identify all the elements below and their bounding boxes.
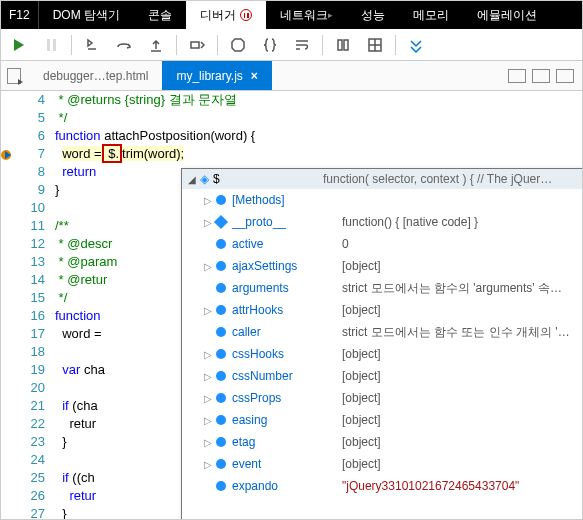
- property-value: [object]: [342, 303, 583, 317]
- devtools-tabbar: F12 DOM 탐색기콘솔디버거네트워크 ▸성능메모리에뮬레이션: [1, 1, 582, 29]
- property-name: [Methods]: [232, 193, 342, 207]
- breakpoint-marker-icon[interactable]: [0, 148, 13, 162]
- dot-icon: [216, 195, 226, 205]
- inspector-row[interactable]: ▷attrHooks[object]: [182, 299, 583, 321]
- inspector-row[interactable]: ▷easing[object]: [182, 409, 583, 431]
- devtools-tab[interactable]: DOM 탐색기: [39, 1, 134, 29]
- braces-icon: [262, 37, 278, 53]
- toggle-just-my-code-button[interactable]: [329, 31, 357, 59]
- file-tab-active[interactable]: my_library.js ×: [162, 61, 271, 90]
- expand-icon[interactable]: ▷: [204, 371, 216, 382]
- step-over-icon: [116, 37, 132, 53]
- inspector-row[interactable]: ▷cssHooks[object]: [182, 343, 583, 365]
- open-document-icon[interactable]: [7, 68, 21, 84]
- play-icon: [14, 39, 24, 51]
- property-value: "jQuery33101021672465433704": [342, 479, 583, 493]
- step-in-icon: [84, 37, 100, 53]
- expand-icon[interactable]: ▷: [204, 261, 216, 272]
- property-name: caller: [232, 325, 342, 339]
- dot-icon: [216, 283, 226, 293]
- expand-icon[interactable]: ▷: [204, 459, 216, 470]
- devtools-tab[interactable]: 디버거: [186, 1, 266, 29]
- devtools-tab[interactable]: 에뮬레이션: [463, 1, 551, 29]
- code-line[interactable]: word = $.trim(word);: [55, 145, 582, 163]
- property-value: [object]: [342, 457, 583, 471]
- svg-rect-3: [344, 40, 348, 50]
- property-value: [object]: [342, 391, 583, 405]
- expand-icon[interactable]: ▷: [204, 195, 216, 206]
- dot-icon: [216, 415, 226, 425]
- inspector-row[interactable]: callerstrict 모드에서는 함수 또는 인수 개체의 '…: [182, 321, 583, 343]
- step-out-icon: [148, 37, 164, 53]
- layout-icon[interactable]: [556, 69, 574, 83]
- inspector-row[interactable]: ▷[Methods]: [182, 189, 583, 211]
- dot-icon: [216, 349, 226, 359]
- inspector-row[interactable]: ▷cssProps[object]: [182, 387, 583, 409]
- toggle-source-map-button[interactable]: [361, 31, 389, 59]
- property-value: strict 모드에서는 함수 또는 인수 개체의 '…: [342, 324, 583, 341]
- expand-icon[interactable]: ▷: [204, 393, 216, 404]
- code-line[interactable]: */: [55, 109, 582, 127]
- pretty-print-button[interactable]: [256, 31, 284, 59]
- inspector-row[interactable]: ▷cssNumber[object]: [182, 365, 583, 387]
- dot-icon: [216, 393, 226, 403]
- expand-icon[interactable]: ▷: [204, 415, 216, 426]
- inspector-row[interactable]: ▷__proto__function() { [native code] }: [182, 211, 583, 233]
- dot-icon: [216, 261, 226, 271]
- pin-icon[interactable]: [532, 69, 550, 83]
- devtools-tab[interactable]: 네트워크 ▸: [266, 1, 347, 29]
- dot-icon: [216, 437, 226, 447]
- svg-rect-0: [191, 42, 199, 48]
- property-value: 0: [342, 237, 583, 251]
- popup-header-name: $: [213, 172, 323, 186]
- stop-icon: [230, 37, 246, 53]
- inspector-row[interactable]: ▷ajaxSettings[object]: [182, 255, 583, 277]
- inspector-row[interactable]: expando"jQuery33101021672465433704": [182, 475, 583, 497]
- dot-icon: [216, 239, 226, 249]
- f12-label: F12: [1, 1, 39, 29]
- code-line[interactable]: * @returns {string} 결과 문자열: [55, 91, 582, 109]
- popup-body[interactable]: ▷[Methods]▷__proto__function() { [native…: [182, 189, 583, 520]
- exception-button[interactable]: [224, 31, 252, 59]
- close-icon[interactable]: ×: [251, 69, 258, 83]
- inspector-row[interactable]: active0: [182, 233, 583, 255]
- word-wrap-button[interactable]: [288, 31, 316, 59]
- devtools-tab[interactable]: 콘솔: [134, 1, 186, 29]
- collapse-icon[interactable]: ◢: [188, 174, 196, 185]
- expand-icon[interactable]: ▷: [204, 437, 216, 448]
- property-name: cssProps: [232, 391, 342, 405]
- step-out-button[interactable]: [142, 31, 170, 59]
- debugger-paused-icon: [240, 9, 252, 21]
- property-value: [object]: [342, 347, 583, 361]
- break-new-worker-button[interactable]: [183, 31, 211, 59]
- file-tab-label: my_library.js: [176, 69, 242, 83]
- dropdown-button[interactable]: [402, 31, 430, 59]
- property-name: cssHooks: [232, 347, 342, 361]
- inspector-row[interactable]: ▷event[object]: [182, 453, 583, 475]
- property-value: function() { [native code] }: [342, 215, 583, 229]
- inspector-row[interactable]: ▷etag[object]: [182, 431, 583, 453]
- code-editor[interactable]: 4567891011121314151617181920212223242526…: [1, 91, 582, 519]
- step-in-button[interactable]: [78, 31, 106, 59]
- file-tabs: debugger…tep.html my_library.js ×: [1, 61, 582, 91]
- expand-icon[interactable]: ▷: [204, 349, 216, 360]
- compare-icon[interactable]: [508, 69, 526, 83]
- object-inspector-popup: ◢ ◈ $ function( selector, context ) { //…: [181, 168, 583, 520]
- step-over-button[interactable]: [110, 31, 138, 59]
- devtools-tab[interactable]: 메모리: [399, 1, 463, 29]
- line-gutter: 4567891011121314151617181920212223242526…: [1, 91, 55, 519]
- pause-button[interactable]: [37, 31, 65, 59]
- file-tab-inactive[interactable]: debugger…tep.html: [29, 61, 162, 90]
- continue-button[interactable]: [5, 31, 33, 59]
- dot-icon: [216, 327, 226, 337]
- library-icon: [335, 37, 351, 53]
- expand-icon[interactable]: ▷: [204, 305, 216, 316]
- inspector-row[interactable]: argumentsstrict 모드에서는 함수의 'arguments' 속…: [182, 277, 583, 299]
- svg-marker-1: [232, 39, 244, 51]
- property-name: arguments: [232, 281, 342, 295]
- devtools-tab[interactable]: 성능: [347, 1, 399, 29]
- svg-rect-2: [338, 40, 342, 50]
- property-value: [object]: [342, 369, 583, 383]
- popup-header[interactable]: ◢ ◈ $ function( selector, context ) { //…: [182, 169, 583, 189]
- code-line[interactable]: function attachPostposition(word) {: [55, 127, 582, 145]
